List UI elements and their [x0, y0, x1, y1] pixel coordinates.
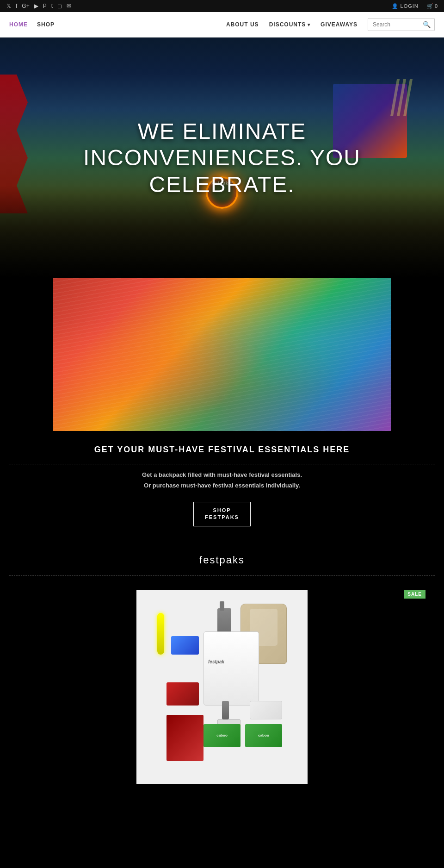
main-nav: HOME SHOP ABOUT US DISCOUNTS GIVEAWAYS 🔍	[0, 12, 444, 37]
box-item-2	[166, 682, 199, 706]
crowd-image	[53, 278, 391, 431]
youtube-icon[interactable]: ▶	[34, 3, 38, 9]
crowd-section	[0, 278, 444, 431]
tumblr-icon[interactable]: t	[51, 3, 53, 9]
festpaks-divider	[9, 575, 435, 576]
hero-text: WE ELIMINATE INCONVENIENCES. YOU CELEBRA…	[74, 109, 370, 207]
white-bag-item	[204, 631, 259, 706]
red-box-item	[166, 715, 204, 761]
box-item-1	[171, 636, 199, 655]
description-2: Or purchase must-have festival essential…	[9, 482, 435, 489]
product-grid: SALE festpak caboo	[9, 590, 435, 784]
caboo-item-2: caboo	[204, 724, 240, 747]
pack-illustration: festpak caboo caboo	[148, 599, 296, 775]
search-box: 🔍	[368, 18, 435, 31]
festpak-label: festpak	[208, 659, 224, 664]
twitter-icon[interactable]: 𝕏	[6, 3, 11, 9]
product-card[interactable]: festpak caboo caboo	[136, 590, 308, 784]
cart-link[interactable]: 🛒 0	[427, 3, 438, 9]
caboo-item-1: caboo	[245, 724, 282, 747]
section-title: GET YOUR MUST-HAVE FESTIVAL ESSENTIALS H…	[9, 445, 435, 455]
festpaks-section: festpaks SALE festpak	[0, 540, 444, 798]
search-input[interactable]	[368, 19, 419, 30]
pinterest-icon[interactable]: P	[43, 3, 47, 9]
sale-badge: SALE	[404, 590, 426, 599]
email-icon[interactable]: ✉	[67, 3, 71, 9]
clip-item	[222, 701, 229, 719]
hero-title: WE ELIMINATE INCONVENIENCES. YOU CELEBRA…	[83, 118, 361, 198]
nav-home[interactable]: HOME	[9, 21, 28, 28]
description-1: Get a backpack filled with must-have fes…	[9, 471, 435, 478]
glowstick-item	[157, 613, 164, 655]
nav-about[interactable]: ABOUT US	[226, 21, 259, 28]
crowd-people	[53, 278, 391, 431]
shop-festpaks-button[interactable]: SHOPFESTPAKS	[193, 502, 251, 526]
nav-shop[interactable]: SHOP	[37, 21, 55, 28]
content-section: GET YOUR MUST-HAVE FESTIVAL ESSENTIALS H…	[0, 431, 444, 540]
stage-lights	[394, 79, 409, 116]
social-bar: 𝕏 f G+ ▶ P t ◻ ✉ 👤 LOGIN 🛒 0	[0, 0, 444, 12]
nav-discounts[interactable]: DISCOUNTS	[269, 21, 310, 28]
social-icons: 𝕏 f G+ ▶ P t ◻ ✉	[6, 3, 71, 9]
wipes-item	[250, 701, 282, 719]
instagram-icon[interactable]: ◻	[57, 3, 62, 9]
user-cart: 👤 LOGIN 🛒 0	[392, 3, 438, 9]
nav-left: HOME SHOP	[9, 21, 55, 28]
hero-section: WE ELIMINATE INCONVENIENCES. YOU CELEBRA…	[0, 37, 444, 278]
nav-giveaways[interactable]: GIVEAWAYS	[321, 21, 358, 28]
festpaks-title: festpaks	[9, 554, 435, 566]
section-divider	[9, 464, 435, 464]
product-image: festpak caboo caboo	[136, 590, 308, 784]
search-button[interactable]: 🔍	[419, 19, 434, 31]
nav-right: ABOUT US DISCOUNTS GIVEAWAYS 🔍	[226, 18, 435, 31]
google-plus-icon[interactable]: G+	[22, 3, 29, 9]
facebook-icon[interactable]: f	[16, 3, 17, 9]
login-link[interactable]: 👤 LOGIN	[392, 3, 419, 9]
